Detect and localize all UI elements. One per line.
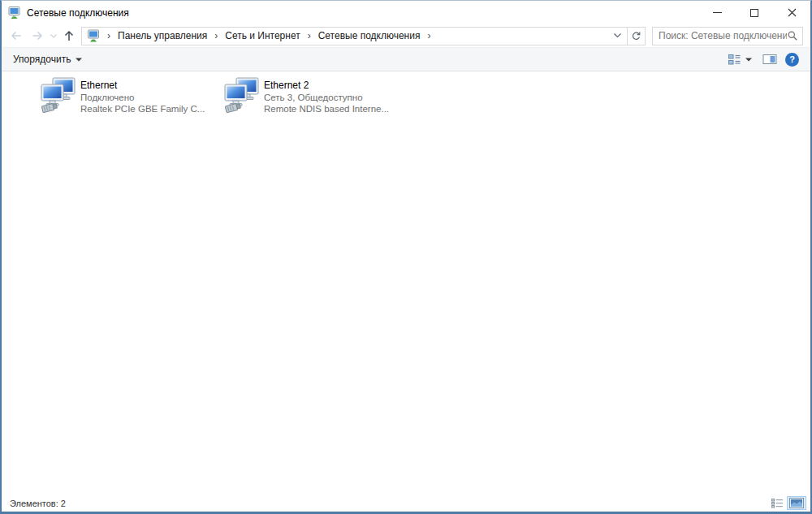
items-count: Элементов: 2: [10, 499, 66, 508]
minimize-button[interactable]: [698, 1, 736, 24]
breadcrumb-network-internet[interactable]: Сеть и Интернет: [223, 30, 301, 41]
breadcrumb-location-icon: [87, 29, 100, 42]
command-bar: Упорядочить: [2, 47, 810, 71]
large-icons-view-button[interactable]: [788, 497, 806, 509]
status-bar: Элементов: 2: [2, 495, 810, 512]
maximize-button[interactable]: [736, 1, 773, 24]
breadcrumb-network-connections[interactable]: Сетевые подключения: [317, 30, 422, 41]
back-arrow-icon: [10, 30, 23, 41]
network-adapter-icon: [39, 77, 78, 116]
refresh-icon: [631, 31, 641, 41]
connections-list: Ethernet Подключено Realtek PCIe GBE Fam…: [2, 71, 810, 495]
window-title: Сетевые подключения: [27, 7, 129, 19]
large-icons-view-icon: [789, 498, 804, 508]
chevron-down-icon: [76, 58, 82, 62]
connection-item-ethernet-2[interactable]: Ethernet 2 Сеть 3, Общедоступно Remote N…: [222, 77, 406, 116]
help-icon: ?: [789, 54, 795, 64]
organize-label: Упорядочить: [13, 54, 71, 65]
preview-pane-icon: [762, 54, 777, 65]
recent-locations-button[interactable]: [48, 26, 58, 45]
search-input[interactable]: [659, 30, 787, 41]
network-connections-icon: [7, 6, 21, 19]
help-button[interactable]: ?: [785, 53, 799, 67]
refresh-button[interactable]: [628, 27, 646, 45]
close-button[interactable]: [773, 1, 810, 24]
minimize-icon: [713, 12, 722, 13]
breadcrumb-separator[interactable]: ›: [102, 30, 116, 41]
breadcrumb-separator[interactable]: ›: [421, 30, 436, 41]
connection-status: Подключено: [80, 92, 205, 103]
breadcrumb-separator[interactable]: ›: [209, 30, 223, 41]
network-adapter-icon: [222, 77, 261, 116]
breadcrumb-control-panel[interactable]: Панель управления: [116, 30, 209, 41]
maximize-icon: [750, 9, 758, 17]
breadcrumb-separator[interactable]: ›: [302, 30, 317, 41]
views-icon: [728, 54, 741, 66]
close-icon: [788, 8, 797, 17]
up-arrow-icon: [63, 30, 75, 42]
title-bar[interactable]: Сетевые подключения: [2, 1, 810, 24]
change-view-button[interactable]: [725, 52, 754, 67]
connection-name: Ethernet: [80, 80, 205, 91]
address-dropdown-button[interactable]: [609, 33, 625, 38]
details-view-button[interactable]: [770, 498, 785, 509]
search-icon[interactable]: [787, 30, 798, 41]
preview-pane-button[interactable]: [761, 52, 779, 67]
organize-button[interactable]: Упорядочить: [13, 54, 82, 65]
chevron-down-icon: [614, 33, 621, 38]
chevron-down-icon: [745, 58, 752, 62]
chevron-down-icon: [50, 34, 57, 38]
connection-name: Ethernet 2: [264, 80, 389, 91]
address-bar[interactable]: › Панель управления › Сеть и Интернет › …: [81, 27, 628, 45]
details-view-icon: [771, 499, 784, 508]
forward-arrow-icon: [31, 30, 44, 41]
back-button[interactable]: [6, 26, 27, 45]
connection-item-ethernet[interactable]: Ethernet Подключено Realtek PCIe GBE Fam…: [39, 77, 222, 116]
search-box: [652, 27, 803, 45]
up-button[interactable]: [58, 26, 79, 45]
navigation-bar: › Панель управления › Сеть и Интернет › …: [2, 24, 810, 47]
connection-device: Realtek PCIe GBE Family C...: [80, 103, 205, 114]
connection-status: Сеть 3, Общедоступно: [264, 92, 389, 103]
network-connections-window: Сетевые подключения: [0, 0, 812, 514]
connection-device: Remote NDIS based Interne...: [264, 103, 389, 114]
forward-button[interactable]: [27, 26, 48, 45]
